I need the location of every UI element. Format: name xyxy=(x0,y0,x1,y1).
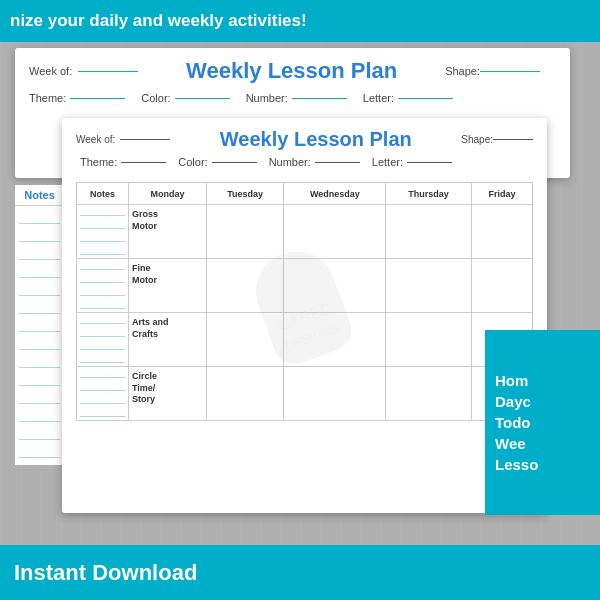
note-cell-line-3-3 xyxy=(80,409,125,417)
back-week-line xyxy=(78,71,138,72)
day-cell-3-0 xyxy=(207,367,284,421)
back-number-line xyxy=(292,98,347,99)
main-color-label: Color: xyxy=(178,156,207,168)
activity-label-1: Fine Motor xyxy=(132,263,157,285)
main-week-label: Week of: xyxy=(76,134,115,145)
main-letter-line xyxy=(407,162,452,163)
note-cell-line-0-0 xyxy=(80,208,125,216)
notes-cell-1 xyxy=(77,259,129,313)
activity-label-3: Circle Time/ Story xyxy=(132,371,157,404)
day-cell-2-2 xyxy=(386,313,471,367)
table-row: Circle Time/ Story xyxy=(77,367,533,421)
top-banner-text: nize your daily and weekly activities! xyxy=(10,11,307,31)
notes-strip: Notes xyxy=(15,185,65,465)
notes-lines xyxy=(15,206,64,458)
activity-label-cell-3: Circle Time/ Story xyxy=(129,367,207,421)
note-line-2 xyxy=(19,224,60,242)
day-cell-0-0 xyxy=(207,205,284,259)
table-row: Gross Motor xyxy=(77,205,533,259)
main-letter-group: Letter: xyxy=(372,156,452,168)
note-cell-line-0-3 xyxy=(80,247,125,255)
note-cell-line-3-1 xyxy=(80,383,125,391)
back-theme-label: Theme: xyxy=(29,92,66,104)
note-line-12 xyxy=(19,404,60,422)
main-theme-group: Theme: xyxy=(80,156,166,168)
day-cell-1-1 xyxy=(284,259,386,313)
back-week-label: Week of: xyxy=(29,65,72,77)
back-shape-label: Shape: xyxy=(445,65,480,77)
note-cell-line-1-0 xyxy=(80,262,125,270)
main-card: Week of: Weekly Lesson Plan Shape: Theme… xyxy=(62,118,547,513)
main-letter-label: Letter: xyxy=(372,156,403,168)
note-cell-line-2-0 xyxy=(80,316,125,324)
main-number-label: Number: xyxy=(269,156,311,168)
top-banner: nize your daily and weekly activities! xyxy=(0,0,600,42)
back-color-label: Color: xyxy=(141,92,170,104)
main-shape-line xyxy=(493,139,533,140)
main-number-line xyxy=(315,162,360,163)
note-line-9 xyxy=(19,350,60,368)
main-card-title: Weekly Lesson Plan xyxy=(180,128,451,151)
day-cell-0-3 xyxy=(471,205,532,259)
day-cell-0-1 xyxy=(284,205,386,259)
back-number-group: Number: xyxy=(246,92,347,104)
col-header-notes: Notes xyxy=(77,183,129,205)
note-line-11 xyxy=(19,386,60,404)
activity-label-0: Gross Motor xyxy=(132,209,158,231)
day-cell-0-2 xyxy=(386,205,471,259)
right-card-line-1: Hom xyxy=(495,370,590,391)
activity-label-cell-0: Gross Motor xyxy=(129,205,207,259)
note-line-1 xyxy=(19,206,60,224)
day-cell-3-2 xyxy=(386,367,471,421)
col-header-tuesday: Tuesday xyxy=(207,183,284,205)
back-card-title: Weekly Lesson Plan xyxy=(154,58,429,84)
day-cell-3-1 xyxy=(284,367,386,421)
note-cell-line-0-2 xyxy=(80,234,125,242)
back-letter-group: Letter: xyxy=(363,92,453,104)
back-letter-line xyxy=(398,98,453,99)
main-color-line xyxy=(212,162,257,163)
main-theme-label: Theme: xyxy=(80,156,117,168)
note-line-5 xyxy=(19,278,60,296)
back-color-line xyxy=(175,98,230,99)
note-cell-line-3-0 xyxy=(80,370,125,378)
day-cell-1-3 xyxy=(471,259,532,313)
activity-label-cell-2: Arts and Crafts xyxy=(129,313,207,367)
lesson-table: Notes Monday Tuesday Wednesday Thursday … xyxy=(76,182,533,421)
note-cell-line-3-2 xyxy=(80,396,125,404)
day-cell-1-0 xyxy=(207,259,284,313)
note-cell-line-1-1 xyxy=(80,275,125,283)
right-card: Hom Dayc Todo Wee Lesso xyxy=(485,330,600,515)
back-theme-line xyxy=(70,98,125,99)
note-line-7 xyxy=(19,314,60,332)
notes-cell-2 xyxy=(77,313,129,367)
activity-label-cell-1: Fine Motor xyxy=(129,259,207,313)
right-card-line-3: Todo xyxy=(495,412,590,433)
note-cell-line-1-3 xyxy=(80,301,125,309)
activity-label-2: Arts and Crafts xyxy=(132,317,169,339)
note-cell-line-0-1 xyxy=(80,221,125,229)
note-line-3 xyxy=(19,242,60,260)
back-theme-group: Theme: xyxy=(29,92,125,104)
main-card-row1: Week of: Weekly Lesson Plan Shape: xyxy=(76,128,533,151)
right-card-line-4: Wee xyxy=(495,433,590,454)
table-row: Arts and Crafts xyxy=(77,313,533,367)
col-header-friday: Friday xyxy=(471,183,532,205)
note-line-6 xyxy=(19,296,60,314)
note-line-13 xyxy=(19,422,60,440)
col-header-thursday: Thursday xyxy=(386,183,471,205)
day-cell-2-1 xyxy=(284,313,386,367)
note-line-4 xyxy=(19,260,60,278)
notes-strip-header: Notes xyxy=(15,185,64,206)
note-cell-line-2-1 xyxy=(80,329,125,337)
bottom-banner-text: Instant Download xyxy=(14,560,197,586)
col-header-wednesday: Wednesday xyxy=(284,183,386,205)
note-line-8 xyxy=(19,332,60,350)
back-color-group: Color: xyxy=(141,92,229,104)
note-line-10 xyxy=(19,368,60,386)
main-card-header: Week of: Weekly Lesson Plan Shape: Theme… xyxy=(62,118,547,174)
main-number-group: Number: xyxy=(269,156,360,168)
note-cell-line-2-3 xyxy=(80,355,125,363)
col-header-monday: Monday xyxy=(129,183,207,205)
back-number-label: Number: xyxy=(246,92,288,104)
